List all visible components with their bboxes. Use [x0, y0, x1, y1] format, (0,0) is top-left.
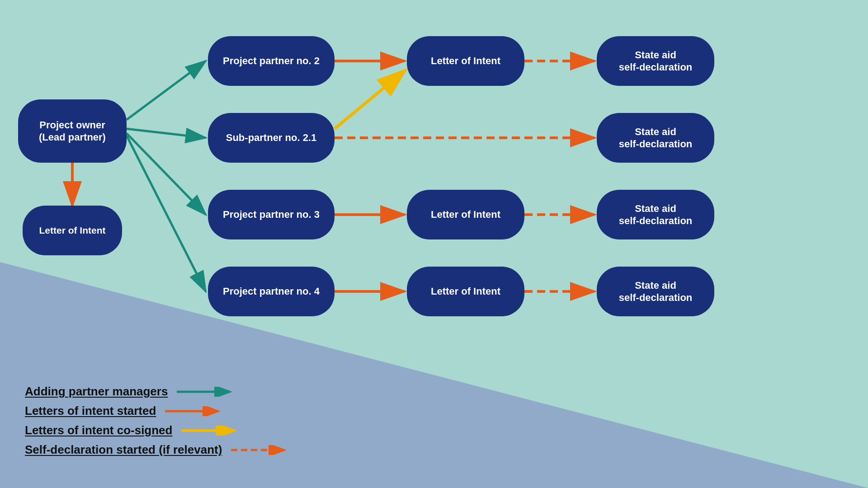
node-loi4: Letter of Intent — [407, 267, 524, 316]
node-loi1-label: Letter of Intent — [431, 55, 500, 67]
node-partner4-label: Project partner no. 4 — [223, 285, 320, 298]
legend-item-loi-cosigned: Letters of intent co-signed — [25, 423, 290, 437]
node-sad21: State aidself-declaration — [597, 113, 714, 163]
node-partner4: Project partner no. 4 — [208, 267, 335, 316]
node-sad4-label: State aidself-declaration — [619, 279, 693, 304]
node-sad21-label: State aidself-declaration — [619, 126, 693, 150]
node-loi4-label: Letter of Intent — [431, 285, 500, 298]
legend-label-loi-cosigned: Letters of intent co-signed — [25, 423, 172, 437]
legend-label-loi-started: Letters of intent started — [25, 404, 156, 418]
node-partner3: Project partner no. 3 — [208, 190, 335, 239]
node-loi1: Letter of Intent — [407, 36, 524, 86]
node-sad3: State aidself-declaration — [597, 190, 714, 239]
legend-item-self-decl: Self-declaration started (if relevant) — [25, 443, 290, 457]
node-letter-owner: Letter of Intent — [23, 206, 122, 255]
node-letter-owner-label: Letter of Intent — [39, 225, 106, 236]
node-sad1: State aidself-declaration — [597, 36, 714, 86]
node-loi3-label: Letter of Intent — [431, 208, 500, 221]
node-project-owner-label: Project owner(Lead partner) — [39, 119, 106, 144]
node-partner2: Project partner no. 2 — [208, 36, 335, 86]
node-subpartner21-label: Sub-partner no. 2.1 — [226, 131, 316, 144]
legend-item-loi-started: Letters of intent started — [25, 404, 290, 418]
legend: Adding partner managers Letters of inten… — [25, 385, 290, 463]
node-loi3: Letter of Intent — [407, 190, 524, 239]
legend-item-adding: Adding partner managers — [25, 385, 290, 399]
legend-arrow-teal — [177, 387, 236, 397]
node-sad1-label: State aidself-declaration — [619, 49, 693, 74]
node-partner2-label: Project partner no. 2 — [223, 55, 320, 67]
node-sad4: State aidself-declaration — [597, 267, 714, 316]
node-sad3-label: State aidself-declaration — [619, 202, 693, 227]
legend-arrow-yellow — [181, 426, 240, 436]
legend-arrow-orange — [165, 406, 224, 416]
legend-label-self-decl: Self-declaration started (if relevant) — [25, 443, 222, 457]
node-project-owner: Project owner(Lead partner) — [18, 99, 127, 163]
legend-arrow-dashed — [231, 445, 290, 455]
node-partner3-label: Project partner no. 3 — [223, 208, 320, 221]
node-subpartner21: Sub-partner no. 2.1 — [208, 113, 335, 163]
legend-label-adding: Adding partner managers — [25, 385, 168, 399]
